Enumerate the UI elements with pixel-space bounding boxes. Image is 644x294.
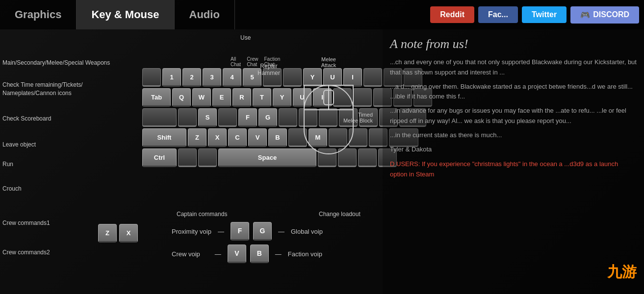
key-tab[interactable]: Tab <box>142 88 171 107</box>
tab-key-mouse[interactable]: Key & Mouse <box>77 0 174 29</box>
key-g-voice[interactable]: G <box>253 222 272 241</box>
facebook-button[interactable]: Fac... <box>478 6 518 23</box>
key-d1[interactable] <box>363 68 382 87</box>
note-panel: A note from us! ...ch and every one of y… <box>383 29 644 294</box>
key-y[interactable]: Y <box>273 88 291 107</box>
label-crew-commands1: Crew commands1 <box>2 220 50 226</box>
key-e[interactable]: E <box>212 88 231 107</box>
key-b[interactable]: B <box>268 128 287 147</box>
label-check-scoreboard: Check Scoreboard <box>2 115 51 122</box>
proximity-voip-row: Proximity voip — F G — Global voip <box>172 222 323 241</box>
key-r[interactable]: R <box>232 88 251 107</box>
key-g[interactable]: G <box>258 108 277 127</box>
label-check-time: Check Time remaining/Tickets/ Nameplates… <box>2 81 83 98</box>
note-para-4: ...in the current state as there is much… <box>390 130 637 141</box>
key-caps[interactable] <box>142 108 177 127</box>
label-repair-hammer: RepairHammer <box>258 63 280 76</box>
label-all-chat: AllChat <box>231 56 241 67</box>
keyboard-panel: Main/Secondary/Melee/Special Weapons Che… <box>0 29 383 294</box>
crew-voip-row: Crew voip — V B — Faction voip <box>172 245 323 263</box>
label-crew-chat: CrewChat <box>247 56 258 67</box>
note-para-2: ...a d... going over them. Blackwake sta… <box>390 82 637 102</box>
key-v-voice[interactable]: V <box>228 245 246 263</box>
key-d[interactable] <box>218 108 237 127</box>
note-title: A note from us! <box>390 37 637 51</box>
mouse-svg <box>299 71 358 159</box>
key-w[interactable]: W <box>192 88 211 107</box>
label-run: Run <box>2 161 13 168</box>
note-body: ...ch and every one of you that not only… <box>390 57 637 180</box>
note-warning: D USERS: If you experience "christmas li… <box>390 159 637 180</box>
main-content: Main/Secondary/Melee/Special Weapons Che… <box>0 29 644 294</box>
label-crew-commands2: Crew commands2 <box>2 249 50 256</box>
key-crew-x[interactable]: X <box>119 224 138 243</box>
key-x[interactable]: X <box>208 128 227 147</box>
key-empty1[interactable] <box>142 68 161 87</box>
key-1[interactable]: 1 <box>162 68 181 87</box>
topbar: Graphics Key & Mouse Audio Reddit Fac...… <box>0 0 644 29</box>
key-c[interactable]: C <box>228 128 247 147</box>
crew-command-keys: Z X <box>98 224 138 243</box>
social-buttons: Reddit Fac... Twitter 🎮 DISCORD <box>430 6 644 24</box>
label-proximity-voip: Proximity voip <box>172 228 211 235</box>
key-q[interactable]: Q <box>172 88 191 107</box>
note-para-1: ...ch and every one of you that not only… <box>390 57 637 78</box>
label-crouch: Crouch <box>2 185 22 192</box>
key-4[interactable]: 4 <box>223 68 241 87</box>
key-b-voice[interactable]: B <box>250 245 269 263</box>
voice-section: Proximity voip — F G — Global voip Crew … <box>172 222 323 267</box>
watermark: 九游 <box>602 262 642 292</box>
label-weapons: Main/Secondary/Melee/Special Weapons <box>2 59 110 67</box>
key-a[interactable] <box>178 108 197 127</box>
tab-audio[interactable]: Audio <box>175 0 235 29</box>
key-3[interactable]: 3 <box>203 68 221 87</box>
key-v[interactable]: V <box>248 128 267 147</box>
tab-graphics[interactable]: Graphics <box>0 0 77 29</box>
key-win[interactable] <box>178 148 197 167</box>
label-global-voip: Global voip <box>291 228 323 235</box>
label-use: Use <box>240 34 251 41</box>
nav-tabs: Graphics Key & Mouse Audio <box>0 0 235 29</box>
key-shift[interactable]: Shift <box>142 128 186 147</box>
key-s[interactable]: S <box>198 108 217 127</box>
twitter-button[interactable]: Twitter <box>522 6 567 23</box>
key-h[interactable] <box>279 108 297 127</box>
key-ctrl[interactable]: Ctrl <box>142 148 177 167</box>
key-t[interactable]: T <box>253 88 271 107</box>
note-para-3: ...in advance for any bugs or issues you… <box>390 106 637 126</box>
key-crew-z[interactable]: Z <box>98 224 117 243</box>
key-z[interactable]: Z <box>188 128 206 147</box>
key-f[interactable]: F <box>238 108 257 127</box>
label-melee-attack: MeleeAttack <box>299 56 358 68</box>
key-f-voice[interactable]: F <box>231 222 249 241</box>
key-alt[interactable] <box>198 148 217 167</box>
label-faction-voip: Faction voip <box>288 250 322 258</box>
reddit-button[interactable]: Reddit <box>430 6 474 23</box>
key-rctrl[interactable] <box>358 148 377 167</box>
label-crew-voip: Crew voip <box>172 250 200 258</box>
discord-button[interactable]: 🎮 DISCORD <box>570 6 639 24</box>
label-change-loadout: Change loadout <box>319 211 361 218</box>
mouse-diagram: MeleeAttack TimedMelee Block <box>299 56 358 123</box>
label-captain-commands: Captain commands <box>177 211 227 218</box>
label-leave-object: Leave object <box>2 141 36 148</box>
key-2[interactable]: 2 <box>182 68 201 87</box>
note-footer: Tyler & Dakota <box>390 145 637 155</box>
discord-icon: 🎮 <box>580 10 590 20</box>
